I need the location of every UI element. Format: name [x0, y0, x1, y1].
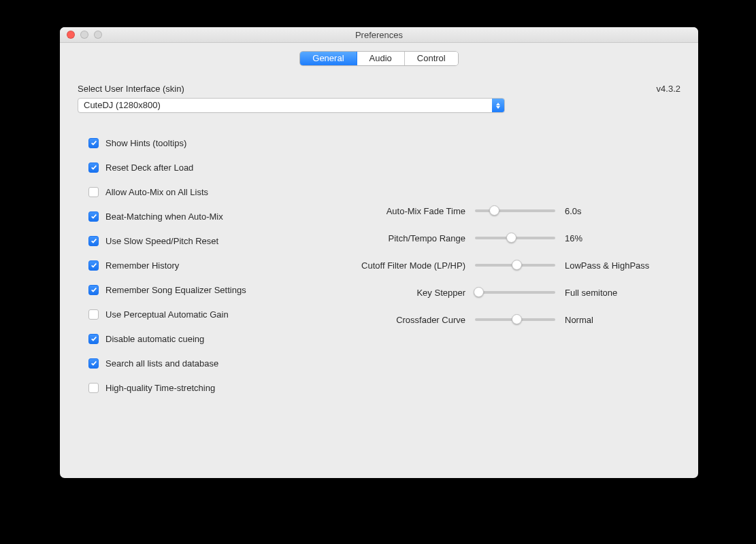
checkbox-row: Use Slow Speed/Pitch Reset: [88, 228, 323, 253]
checkmark-icon: [91, 237, 97, 244]
checkbox-row: Search all lists and database: [88, 351, 323, 375]
skin-select-label: Select User Interface (skin): [78, 84, 680, 94]
slider-thumb[interactable]: [474, 287, 484, 297]
minimize-button[interactable]: [80, 31, 88, 39]
checkbox[interactable]: [88, 358, 99, 369]
slider-value: Full semitone: [565, 288, 660, 298]
checkbox-row: Use Perceptual Automatic Gain: [88, 302, 323, 326]
checkbox-row: Show Hints (tooltips): [88, 131, 323, 155]
slider-thumb[interactable]: [512, 260, 522, 270]
checkbox[interactable]: [88, 260, 99, 271]
checkbox-label: Allow Auto-Mix on All Lists: [105, 187, 208, 197]
close-button[interactable]: [67, 31, 75, 39]
checkbox-label: High-quality Time-stretching: [105, 383, 215, 393]
checkbox[interactable]: [88, 236, 99, 246]
slider-label: Key Stepper: [329, 288, 465, 298]
checkbox-label: Show Hints (tooltips): [105, 138, 186, 148]
window-title: Preferences: [355, 30, 403, 40]
checkbox-row: Beat-Matching when Auto-Mix: [88, 204, 323, 228]
checkbox-label: Reset Deck after Load: [105, 163, 193, 173]
checkbox-row: Remember History: [88, 253, 323, 277]
slider-thumb[interactable]: [512, 314, 522, 324]
checkbox[interactable]: [88, 334, 99, 344]
checkbox[interactable]: [88, 187, 99, 197]
checkbox[interactable]: [88, 285, 99, 295]
slider-track: [475, 209, 555, 212]
checkbox-row: Remember Song Equalizer Settings: [88, 277, 323, 302]
slider-value: 6.0s: [565, 206, 660, 216]
slider-label: Cutoff Filter Mode (LP/HP): [329, 260, 465, 271]
slider[interactable]: [475, 314, 555, 325]
checkbox-label: Remember Song Equalizer Settings: [105, 285, 246, 295]
skin-select[interactable]: CuteDJ (1280x800): [78, 98, 505, 113]
checkbox-row: Disable automatic cueing: [88, 326, 323, 351]
checkmark-icon: [91, 335, 97, 342]
checkbox-label: Beat-Matching when Auto-Mix: [105, 211, 223, 222]
checkbox-label: Use Perceptual Automatic Gain: [105, 309, 229, 320]
checkmark-icon: [91, 139, 97, 146]
titlebar: Preferences: [60, 27, 698, 43]
settings-columns: Show Hints (tooltips)Reset Deck after Lo…: [78, 131, 680, 400]
slider[interactable]: [475, 260, 555, 271]
slider-row: Key StepperFull semitone: [329, 279, 680, 306]
slider-label: Pitch/Tempo Range: [329, 233, 465, 243]
checkbox[interactable]: [88, 163, 99, 173]
checkbox[interactable]: [88, 138, 99, 148]
checkbox-label: Search all lists and database: [105, 358, 218, 369]
tab-bar: General Audio Control: [60, 43, 698, 69]
checkmark-icon: [91, 164, 97, 171]
checkmark-icon: [91, 262, 97, 269]
slider-row: Auto-Mix Fade Time6.0s: [329, 197, 680, 224]
tab-general[interactable]: General: [300, 52, 356, 65]
slider-label: Auto-Mix Fade Time: [329, 206, 465, 216]
tab-control[interactable]: Control: [404, 52, 458, 65]
tab-segmented-control: General Audio Control: [299, 51, 458, 66]
slider-thumb[interactable]: [506, 233, 516, 243]
slider-row: Cutoff Filter Mode (LP/HP)LowPass & High…: [329, 252, 680, 279]
checkbox-label: Disable automatic cueing: [105, 334, 204, 344]
slider-row: Crossfader CurveNormal: [329, 306, 680, 333]
content-pane: v4.3.2 Select User Interface (skin) Cute…: [60, 69, 698, 407]
preferences-window: Preferences General Audio Control v4.3.2…: [60, 27, 698, 478]
skin-select-value: CuteDJ (1280x800): [78, 98, 505, 113]
checkbox[interactable]: [88, 211, 99, 222]
slider-row: Pitch/Tempo Range16%: [329, 224, 680, 252]
checkbox-column: Show Hints (tooltips)Reset Deck after Lo…: [78, 131, 323, 400]
slider[interactable]: [475, 287, 555, 298]
slider-track: [475, 291, 555, 294]
slider-thumb[interactable]: [489, 205, 499, 216]
checkbox-row: Allow Auto-Mix on All Lists: [88, 180, 323, 204]
slider[interactable]: [475, 233, 555, 243]
slider-value: Normal: [565, 315, 660, 325]
slider-column: Auto-Mix Fade Time6.0sPitch/Tempo Range1…: [329, 131, 680, 400]
chevrons-updown-icon: [492, 99, 504, 112]
checkmark-icon: [91, 213, 97, 220]
checkbox-label: Use Slow Speed/Pitch Reset: [105, 236, 218, 246]
maximize-button[interactable]: [94, 31, 102, 39]
slider-value: LowPass & HighPass: [565, 260, 660, 271]
slider[interactable]: [475, 205, 555, 216]
checkbox[interactable]: [88, 383, 99, 393]
checkbox-row: High-quality Time-stretching: [88, 375, 323, 400]
slider-label: Crossfader Curve: [329, 315, 465, 325]
checkbox[interactable]: [88, 309, 99, 320]
checkmark-icon: [91, 360, 97, 367]
checkmark-icon: [91, 286, 97, 293]
tab-audio[interactable]: Audio: [357, 52, 404, 65]
version-label: v4.3.2: [657, 84, 680, 94]
slider-value: 16%: [565, 233, 660, 243]
checkbox-label: Remember History: [105, 260, 179, 271]
window-controls: [67, 31, 102, 39]
checkbox-row: Reset Deck after Load: [88, 155, 323, 180]
